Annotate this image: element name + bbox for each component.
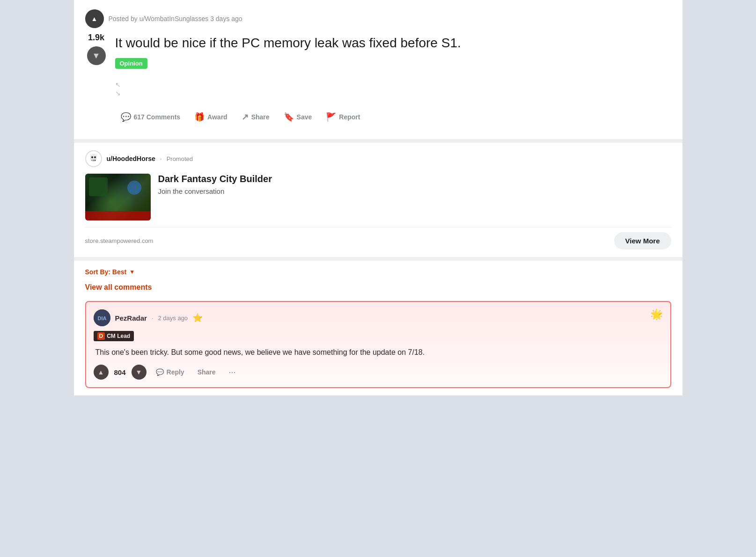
report-button[interactable]: 🚩 Report xyxy=(320,108,366,126)
comment-time-ago: 2 days ago xyxy=(158,315,188,322)
award-icon: 🎁 xyxy=(194,112,205,122)
sort-arrow-icon[interactable]: ▼ xyxy=(129,269,135,275)
ad-username[interactable]: u/HoodedHorse xyxy=(107,155,155,162)
award-button[interactable]: 🎁 Award xyxy=(189,108,233,126)
comment-body: This one's been tricky. But some good ne… xyxy=(94,347,663,358)
reply-button[interactable]: 💬 Reply xyxy=(152,366,188,378)
expand-icon[interactable]: ↖ ↘ xyxy=(115,81,671,97)
comment-header-left: DIA PezRadar · 2 days ago ⭐ xyxy=(94,309,203,326)
view-all-comments-link[interactable]: View all comments xyxy=(85,283,671,292)
ad-footer: store.steampowered.com View More xyxy=(85,227,671,249)
svg-point-3 xyxy=(94,156,96,158)
report-icon: 🚩 xyxy=(326,112,336,122)
cm-lead-badge: D CM Lead xyxy=(94,331,134,341)
ad-image[interactable] xyxy=(85,174,151,220)
view-more-button[interactable]: View More xyxy=(614,232,671,249)
sort-label[interactable]: Sort By: Best xyxy=(85,268,127,276)
badge-d-icon: D xyxy=(97,332,105,340)
save-icon: 🔖 xyxy=(284,112,294,122)
share-button[interactable]: ↗ Share xyxy=(236,108,275,126)
svg-point-2 xyxy=(91,156,93,158)
ad-header: u/HoodedHorse · Promoted xyxy=(85,150,671,167)
post-author: Posted by u/WombatInSunglasses 3 days ag… xyxy=(109,15,242,22)
comments-section: Sort By: Best ▼ View all comments 🌟 DIA xyxy=(74,261,683,396)
comment-icon: 💬 xyxy=(121,112,131,122)
post-section: ▲ Posted by u/WombatInSunglasses 3 days … xyxy=(74,0,683,139)
comment-downvote-button[interactable]: ▼ xyxy=(132,365,147,380)
section-divider-2 xyxy=(74,257,683,261)
svg-rect-6 xyxy=(94,160,95,161)
save-button[interactable]: 🔖 Save xyxy=(278,108,318,126)
comment-header: DIA PezRadar · 2 days ago ⭐ xyxy=(94,309,663,326)
star-award-icon-right: 🌟 xyxy=(650,308,663,321)
commenter-avatar: DIA xyxy=(94,309,110,326)
ad-domain: store.steampowered.com xyxy=(85,237,154,244)
vote-count: 1.9k xyxy=(88,33,104,43)
comment-actions: ▲ 804 ▼ 💬 Reply Share ··· xyxy=(94,365,663,380)
comments-button[interactable]: 💬 617 Comments xyxy=(115,108,186,126)
pezradar-avatar: DIA xyxy=(94,309,110,326)
ad-section: u/HoodedHorse · Promoted Dark Fantasy Ci… xyxy=(74,143,683,257)
reply-icon: 💬 xyxy=(156,368,164,376)
ad-avatar xyxy=(85,150,102,167)
share-icon: ↗ xyxy=(242,112,249,122)
ad-dot: · xyxy=(160,155,162,162)
svg-rect-5 xyxy=(92,160,93,161)
flair-tag[interactable]: Opinion xyxy=(115,58,147,69)
ad-image-hud xyxy=(85,211,151,220)
ad-text: Dark Fantasy City Builder Join the conve… xyxy=(158,174,671,195)
comment-share-button[interactable]: Share xyxy=(194,366,220,378)
ad-subtitle: Join the conversation xyxy=(158,187,671,195)
commenter-name[interactable]: PezRadar xyxy=(115,314,147,322)
upvote-button[interactable]: ▲ xyxy=(85,9,104,28)
comment-upvote-button[interactable]: ▲ xyxy=(94,365,109,380)
hooded-horse-icon xyxy=(87,152,100,165)
downvote-button[interactable]: ▼ xyxy=(87,46,106,65)
ad-content[interactable]: Dark Fantasy City Builder Join the conve… xyxy=(85,174,671,220)
ad-title: Dark Fantasy City Builder xyxy=(158,174,671,184)
sort-bar: Sort By: Best ▼ xyxy=(85,268,671,276)
post-title: It would be nice if the PC memory leak w… xyxy=(115,35,671,51)
post-meta: ▲ Posted by u/WombatInSunglasses 3 days … xyxy=(85,9,671,28)
post-actions: 💬 617 Comments 🎁 Award ↗ Share 🔖 Save xyxy=(115,104,671,130)
section-divider xyxy=(74,139,683,143)
comment-more-button[interactable]: ··· xyxy=(225,366,240,379)
comment-time: · xyxy=(152,315,154,322)
comment-card: 🌟 DIA PezRadar · 2 days ago ⭐ xyxy=(85,301,671,388)
ad-image-detail xyxy=(89,177,108,196)
comment-vote-count: 804 xyxy=(114,368,126,376)
ad-image-detail2 xyxy=(127,181,141,195)
star-award-icon: ⭐ xyxy=(192,313,203,323)
svg-text:DIA: DIA xyxy=(97,315,106,321)
ad-promoted-label: Promoted xyxy=(167,155,193,162)
